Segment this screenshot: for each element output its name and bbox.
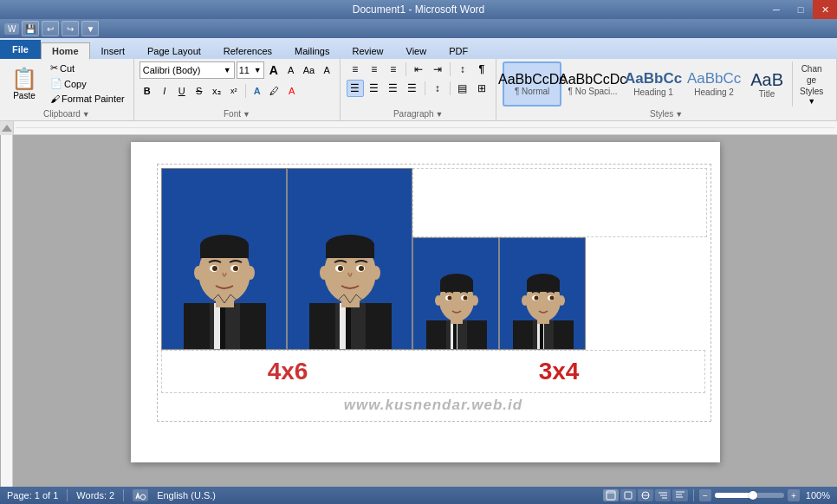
status-divider-2 (123, 489, 124, 501)
photo-3x4-1 (412, 237, 499, 350)
line-spacing-button[interactable]: ↕ (429, 80, 446, 97)
clipboard-group: 📋 Paste ✂Cut 📄Copy 🖌Format Painter Clipb… (0, 59, 134, 120)
clipboard-label: Clipboard ▼ (43, 109, 90, 119)
font-group: Calibri (Body) ▼ 11 ▼ A A Aa A B I U S x… (134, 59, 341, 120)
full-screen-button[interactable] (620, 489, 636, 501)
customize-quick-button[interactable]: ▼ (81, 21, 99, 36)
redo-quick-button[interactable]: ↪ (62, 21, 79, 36)
zoom-in-button[interactable]: + (788, 489, 800, 501)
status-words: Words: 2 (76, 490, 114, 501)
align-right-button[interactable]: ☰ (385, 80, 402, 97)
italic-button[interactable]: I (157, 83, 172, 99)
tab-review[interactable]: Review (341, 42, 394, 59)
document-page: 4x6 3x4 www.kusnendar.web.id (131, 142, 720, 462)
zoom-out-button[interactable]: − (699, 489, 711, 501)
svg-point-43 (435, 295, 442, 306)
svg-point-58 (522, 295, 529, 306)
ribbon-content: 📋 Paste ✂Cut 📄Copy 🖌Format Painter Clipb… (0, 59, 837, 121)
spell-check-icon[interactable] (133, 489, 148, 501)
tab-home[interactable]: Home (41, 42, 90, 60)
vertical-ruler (0, 135, 14, 487)
status-right: − + 100% (603, 489, 830, 501)
style-no-spacing[interactable]: AaBbCcDc ¶ No Spaci... (563, 61, 622, 107)
style-title[interactable]: AaB Title (745, 61, 788, 107)
style-heading1[interactable]: AaBbCc Heading 1 (624, 61, 683, 107)
ribbon-tabs: File Home Insert Page Layout References … (0, 38, 837, 59)
svg-point-41 (448, 296, 452, 300)
main-area: 4x6 3x4 www.kusnendar.web.id (0, 135, 837, 487)
status-page: Page: 1 of 1 (7, 490, 58, 501)
style-normal[interactable]: AaBbCcDc ¶ Normal (503, 61, 561, 107)
draft-view-button[interactable] (672, 489, 688, 501)
save-quick-button[interactable]: 💾 (22, 21, 39, 36)
decrease-indent-button[interactable]: ⇤ (410, 61, 427, 78)
undo-quick-button[interactable]: ↩ (42, 21, 59, 36)
strikethrough-button[interactable]: S (191, 83, 207, 99)
close-button[interactable]: ✕ (813, 0, 837, 19)
svg-point-44 (471, 295, 478, 306)
web-layout-button[interactable] (638, 489, 653, 501)
font-size-selector[interactable]: 11 ▼ (237, 61, 264, 79)
print-layout-button[interactable] (603, 489, 619, 501)
clear-formatting-button[interactable]: A (319, 62, 334, 78)
tab-view[interactable]: View (395, 42, 438, 59)
svg-point-12 (233, 266, 238, 271)
maximize-button[interactable]: □ (788, 0, 813, 19)
style-heading2[interactable]: AaBbCc Heading 2 (685, 61, 743, 107)
ruler-corner[interactable] (0, 121, 14, 135)
tab-references[interactable]: References (212, 42, 283, 59)
tab-insert[interactable]: Insert (90, 42, 137, 59)
paragraph-label: Paragraph ▼ (393, 109, 444, 119)
tab-pdf[interactable]: PDF (438, 42, 479, 59)
svg-point-11 (212, 266, 217, 271)
svg-rect-4 (220, 307, 225, 350)
label-4x6: 4x6 (162, 358, 413, 385)
increase-indent-button[interactable]: ⇥ (429, 61, 446, 78)
show-hide-button[interactable]: ¶ (473, 61, 490, 78)
font-label: Font ▼ (224, 109, 250, 119)
document-area[interactable]: 4x6 3x4 www.kusnendar.web.id (14, 135, 837, 487)
svg-point-26 (338, 266, 343, 271)
change-styles-button[interactable]: ChangeStyles ▼ (792, 61, 830, 107)
styles-group: AaBbCcDc ¶ Normal AaBbCcDc ¶ No Spaci...… (496, 59, 837, 120)
minimize-button[interactable]: ─ (764, 0, 788, 19)
justify-button[interactable]: ☰ (404, 80, 421, 97)
paragraph-group: ≡ ≡ ≡ ⇤ ⇥ ↕ ¶ ☰ ☰ ☰ ☰ ↕ ▤ ⊞ (341, 59, 496, 120)
change-case-button[interactable]: Aa (301, 62, 317, 78)
cut-button[interactable]: ✂Cut (47, 61, 128, 75)
grow-font-button[interactable]: A (266, 62, 282, 78)
shading-button[interactable]: ▤ (454, 80, 471, 97)
multilevel-button[interactable]: ≡ (385, 61, 402, 78)
subscript-button[interactable]: x₂ (209, 83, 224, 99)
photo-right-section (412, 168, 707, 350)
text-highlight-button[interactable]: 🖊 (267, 83, 282, 99)
bold-button[interactable]: B (140, 83, 155, 99)
zoom-slider[interactable] (715, 493, 784, 498)
shrink-font-button[interactable]: A (283, 62, 299, 78)
borders-button[interactable]: ⊞ (473, 80, 490, 97)
underline-button[interactable]: U (174, 83, 190, 99)
view-buttons (603, 489, 688, 501)
format-painter-button[interactable]: 🖌Format Painter (47, 92, 128, 106)
outline-view-button[interactable] (655, 489, 671, 501)
quick-access-toolbar: W 💾 ↩ ↪ ▼ (0, 19, 837, 38)
tab-file[interactable]: File (0, 40, 41, 59)
zoom-controls: − + 100% (699, 489, 830, 501)
align-center-button[interactable]: ☰ (366, 80, 383, 97)
copy-button[interactable]: 📄Copy (47, 76, 128, 91)
sort-button[interactable]: ↕ (454, 61, 471, 78)
statusbar: Page: 1 of 1 Words: 2 English (U.S.) (0, 487, 837, 504)
bullets-button[interactable]: ≡ (347, 61, 364, 78)
font-name-selector[interactable]: Calibri (Body) ▼ (140, 61, 235, 79)
status-divider-3 (693, 489, 694, 501)
tab-page-layout[interactable]: Page Layout (136, 42, 212, 59)
font-color-button[interactable]: A (284, 83, 300, 99)
align-left-button[interactable]: ☰ (347, 80, 364, 97)
tab-mailings[interactable]: Mailings (283, 42, 341, 59)
watermark: www.kusnendar.web.id (161, 393, 705, 417)
superscript-button[interactable]: x² (226, 83, 242, 99)
numbering-button[interactable]: ≡ (366, 61, 383, 78)
text-effects-button[interactable]: A (250, 83, 265, 99)
svg-rect-38 (440, 281, 473, 292)
paste-button[interactable]: 📋 Paste (5, 61, 43, 106)
